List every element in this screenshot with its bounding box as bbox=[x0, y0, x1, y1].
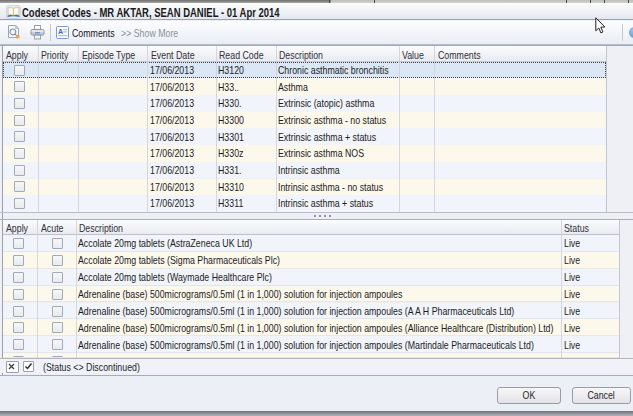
svg-text:A: A bbox=[58, 28, 63, 35]
